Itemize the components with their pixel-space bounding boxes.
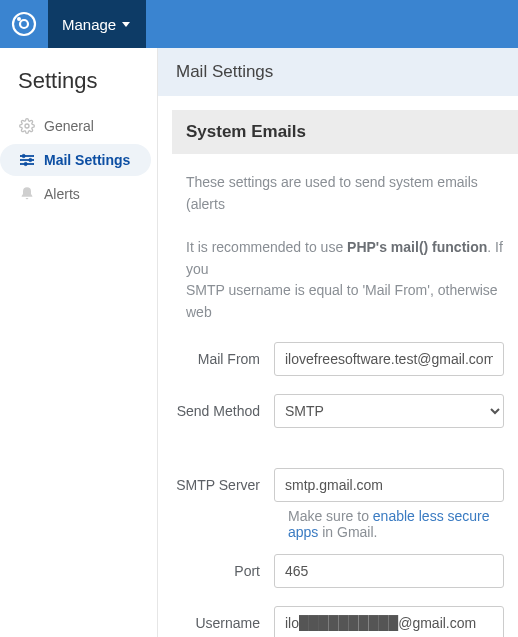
sidebar-item-label: Mail Settings [44, 152, 130, 168]
manage-label: Manage [62, 16, 116, 33]
sidebar-item-label: Alerts [44, 186, 80, 202]
username-label: Username [176, 615, 274, 631]
page-title: Mail Settings [158, 48, 518, 96]
caret-down-icon [122, 22, 130, 27]
sidebar-title: Settings [0, 68, 157, 108]
smtp-server-hint: Make sure to enable less secure apps in … [288, 508, 518, 540]
username-input[interactable] [274, 606, 504, 637]
manage-menu[interactable]: Manage [48, 0, 146, 48]
svg-point-7 [22, 154, 25, 157]
sidebar-item-general[interactable]: General [0, 110, 151, 142]
send-method-select[interactable]: SMTP [274, 394, 504, 428]
svg-point-3 [25, 124, 29, 128]
port-label: Port [176, 563, 274, 579]
svg-point-9 [24, 162, 27, 165]
bell-icon [16, 186, 38, 202]
section-title: System Emails [172, 110, 518, 154]
smtp-server-input[interactable] [274, 468, 504, 502]
mail-from-input[interactable] [274, 342, 504, 376]
sidebar-item-label: General [44, 118, 94, 134]
mail-from-label: Mail From [176, 351, 274, 367]
svg-point-8 [29, 158, 32, 161]
section-description: These settings are used to send system e… [186, 172, 518, 324]
svg-point-1 [20, 20, 28, 28]
svg-point-0 [13, 13, 35, 35]
svg-point-2 [17, 17, 21, 21]
sliders-icon [16, 152, 38, 168]
smtp-server-label: SMTP Server [176, 477, 274, 493]
gear-icon [16, 118, 38, 134]
sidebar-item-alerts[interactable]: Alerts [0, 178, 151, 210]
port-input[interactable] [274, 554, 504, 588]
app-logo[interactable] [0, 0, 48, 48]
sidebar-item-mail-settings[interactable]: Mail Settings [0, 144, 151, 176]
send-method-label: Send Method [176, 403, 274, 419]
